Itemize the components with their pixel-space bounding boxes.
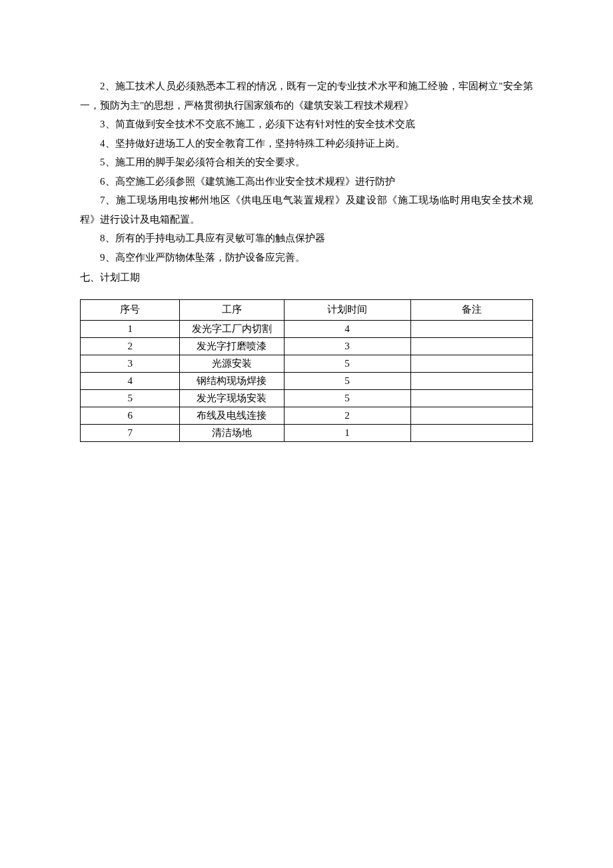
cell-note	[410, 355, 532, 372]
paragraph-7: 7、施工现场用电按郴州地区《供电压电气装置规程》及建设部《施工现场临时用电安全技…	[80, 191, 533, 229]
cell-no: 4	[81, 372, 180, 389]
table-row: 4 钢结构现场焊接 5	[81, 372, 533, 389]
cell-note	[410, 372, 532, 389]
cell-no: 3	[81, 355, 180, 372]
table-row: 6 布线及电线连接 2	[81, 407, 533, 424]
cell-step: 发光字工厂内切割	[180, 320, 284, 337]
paragraph-2: 2、施工技术人员必须熟悉本工程的情况，既有一定的专业技术水平和施工经验，牢固树立…	[80, 77, 533, 115]
table-row: 3 光源安装 5	[81, 355, 533, 372]
cell-note	[410, 320, 532, 337]
paragraph-9: 9、高空作业严防物体坠落，防护设备应完善。	[80, 248, 533, 267]
table-row: 1 发光字工厂内切割 4	[81, 320, 533, 337]
cell-time: 2	[284, 407, 410, 424]
paragraph-4: 4、坚持做好进场工人的安全教育工作，坚持特殊工种必须持证上岗。	[80, 134, 533, 153]
cell-note	[410, 337, 532, 355]
cell-step: 布线及电线连接	[180, 407, 284, 424]
cell-step: 发光字打磨喷漆	[180, 337, 284, 355]
section-heading: 七、计划工期	[80, 268, 533, 287]
cell-no: 6	[81, 407, 180, 424]
cell-no: 1	[81, 320, 180, 337]
table-row: 5 发光字现场安装 5	[81, 389, 533, 407]
cell-time: 4	[284, 320, 410, 337]
header-step: 工序	[180, 299, 284, 320]
paragraph-5: 5、施工用的脚手架必须符合相关的安全要求。	[80, 153, 533, 172]
table-row: 2 发光字打磨喷漆 3	[81, 337, 533, 355]
table-row: 7 清洁场地 1	[81, 424, 533, 441]
cell-note	[410, 389, 532, 407]
cell-no: 5	[81, 389, 180, 407]
cell-time: 3	[284, 337, 410, 355]
paragraph-3: 3、简直做到安全技术不交底不施工，必须下达有针对性的安全技术交底	[80, 115, 533, 134]
schedule-table: 序号 工序 计划时间 备注 1 发光字工厂内切割 4 2 发光字打磨喷漆 3 3…	[80, 299, 533, 442]
paragraph-6: 6、高空施工必须参照《建筑施工高出作业安全技术规程》进行防护	[80, 172, 533, 191]
cell-note	[410, 424, 532, 441]
cell-time: 5	[284, 372, 410, 389]
cell-time: 5	[284, 355, 410, 372]
cell-no: 7	[81, 424, 180, 441]
table-header-row: 序号 工序 计划时间 备注	[81, 299, 533, 320]
cell-note	[410, 407, 532, 424]
cell-step: 发光字现场安装	[180, 389, 284, 407]
paragraph-8: 8、所有的手持电动工具应有灵敏可靠的触点保护器	[80, 229, 533, 248]
header-note: 备注	[410, 299, 532, 320]
cell-no: 2	[81, 337, 180, 355]
header-time: 计划时间	[284, 299, 410, 320]
document-page: 2、施工技术人员必须熟悉本工程的情况，既有一定的专业技术水平和施工经验，牢固树立…	[0, 0, 613, 482]
cell-time: 5	[284, 389, 410, 407]
cell-step: 光源安装	[180, 355, 284, 372]
cell-time: 1	[284, 424, 410, 441]
header-no: 序号	[81, 299, 180, 320]
cell-step: 清洁场地	[180, 424, 284, 441]
cell-step: 钢结构现场焊接	[180, 372, 284, 389]
